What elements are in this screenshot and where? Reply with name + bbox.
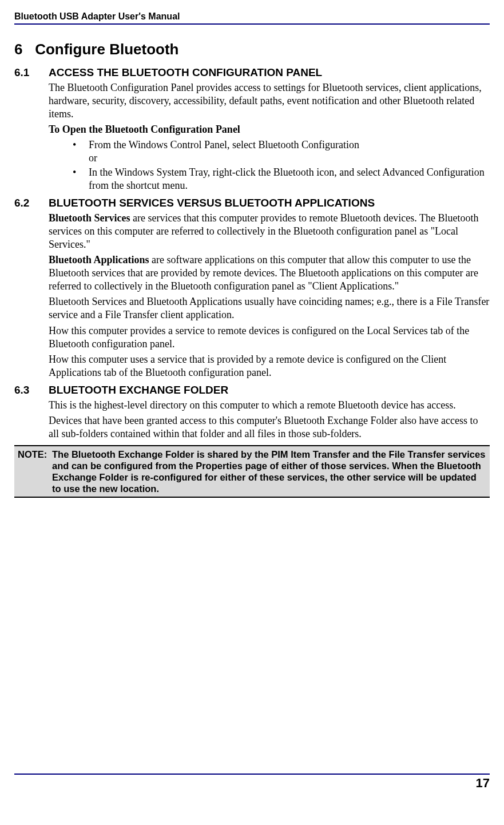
paragraph: Bluetooth Services are services that thi… bbox=[49, 212, 490, 251]
section-6-2: 6.2 BLUETOOTH SERVICES VERSUS BLUETOOTH … bbox=[14, 197, 490, 379]
page-header: Bluetooth USB Adapter User's Manual bbox=[14, 11, 490, 25]
section-number: 6.3 bbox=[14, 384, 49, 396]
paragraph: This is the highest-level directory on t… bbox=[49, 399, 490, 412]
section-number: 6.1 bbox=[14, 66, 49, 79]
paragraph: How this computer provides a service to … bbox=[49, 324, 490, 351]
section-title: BLUETOOTH SERVICES VERSUS BLUETOOTH APPL… bbox=[49, 197, 375, 209]
section-body: This is the highest-level directory on t… bbox=[49, 399, 490, 441]
section-6-3: 6.3 BLUETOOTH EXCHANGE FOLDER This is th… bbox=[14, 384, 490, 441]
list-text: From the Windows Control Panel, select B… bbox=[89, 139, 359, 164]
section-body: Bluetooth Services are services that thi… bbox=[49, 212, 490, 379]
list-item: In the Windows System Tray, right-click … bbox=[73, 166, 490, 192]
paragraph: Bluetooth Applications are software appl… bbox=[49, 253, 490, 293]
chapter-heading: 6 Configure Bluetooth bbox=[14, 41, 490, 58]
paragraph: Bluetooth Services and Bluetooth Applica… bbox=[49, 295, 490, 322]
section-title: ACCESS THE BLUETOOTH CONFIGURATION PANEL bbox=[49, 66, 322, 79]
bullet-list: From the Windows Control Panel, select B… bbox=[49, 138, 490, 192]
section-heading: 6.3 BLUETOOTH EXCHANGE FOLDER bbox=[14, 384, 490, 396]
page: Bluetooth USB Adapter User's Manual 6 Co… bbox=[0, 0, 504, 801]
paragraph: How this computer uses a service that is… bbox=[49, 353, 490, 379]
section-heading: 6.1 ACCESS THE BLUETOOTH CONFIGURATION P… bbox=[14, 66, 490, 79]
note-text: The Bluetooth Exchange Folder is shared … bbox=[52, 449, 486, 495]
chapter-number: 6 bbox=[14, 41, 22, 58]
page-footer: 17 bbox=[14, 774, 490, 791]
section-body: The Bluetooth Configuration Panel provid… bbox=[49, 81, 490, 192]
section-heading: 6.2 BLUETOOTH SERVICES VERSUS BLUETOOTH … bbox=[14, 197, 490, 209]
note-label: NOTE: bbox=[18, 449, 52, 495]
sub-heading: To Open the Bluetooth Configuration Pane… bbox=[49, 123, 490, 136]
paragraph: Devices that have been granted access to… bbox=[49, 414, 490, 441]
section-6-1: 6.1 ACCESS THE BLUETOOTH CONFIGURATION P… bbox=[14, 66, 490, 192]
header-title: Bluetooth USB Adapter User's Manual bbox=[14, 11, 180, 21]
term: Bluetooth Services bbox=[49, 212, 130, 224]
term: Bluetooth Applications bbox=[49, 254, 149, 265]
page-number: 17 bbox=[476, 776, 490, 790]
note-box: NOTE: The Bluetooth Exchange Folder is s… bbox=[14, 445, 490, 498]
section-number: 6.2 bbox=[14, 197, 49, 209]
section-title: BLUETOOTH EXCHANGE FOLDER bbox=[49, 384, 228, 396]
paragraph: The Bluetooth Configuration Panel provid… bbox=[49, 81, 490, 121]
list-text: In the Windows System Tray, right-click … bbox=[89, 166, 485, 191]
list-item: From the Windows Control Panel, select B… bbox=[73, 138, 490, 165]
chapter-title: Configure Bluetooth bbox=[35, 41, 178, 58]
